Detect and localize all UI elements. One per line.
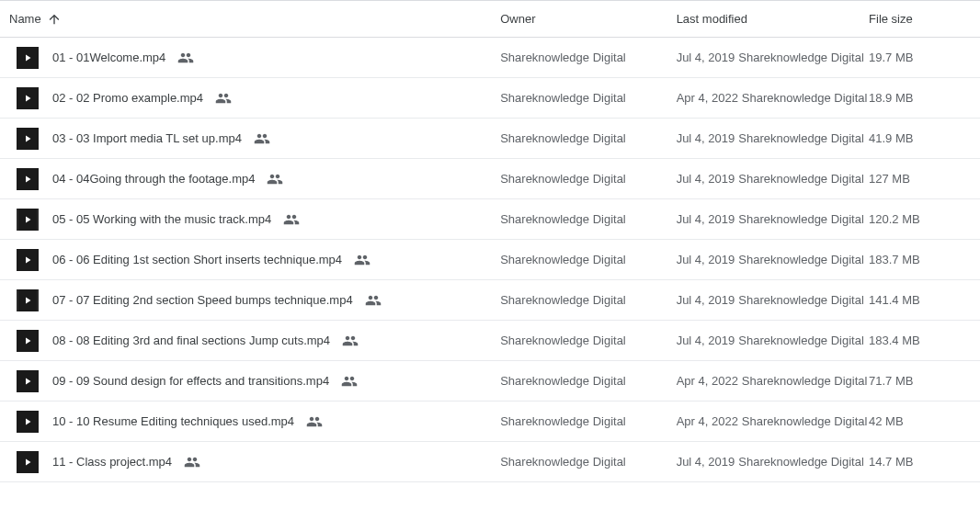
file-modified-by: Shareknowledge Digital <box>738 334 864 347</box>
file-size: 14.7 MB <box>869 442 980 482</box>
file-modified-date: Jul 4, 2019 <box>677 51 735 64</box>
video-file-icon <box>17 411 39 433</box>
file-name: 11 - Class project.mp4 <box>52 455 172 469</box>
shared-icon <box>177 50 194 66</box>
video-file-icon <box>17 87 39 109</box>
shared-icon <box>365 292 382 309</box>
file-size: 183.4 MB <box>869 321 980 361</box>
file-name: 02 - 02 Promo example.mp4 <box>52 91 203 105</box>
video-file-icon <box>17 370 39 392</box>
file-row[interactable]: 03 - 03 Import media TL set up.mp4 Share… <box>0 119 980 159</box>
file-name: 07 - 07 Editing 2nd section Speed bumps … <box>52 293 353 307</box>
file-modified-by: Shareknowledge Digital <box>742 91 868 105</box>
video-file-icon <box>17 330 39 352</box>
column-header-owner[interactable]: Owner <box>500 1 676 38</box>
file-size: 141.4 MB <box>869 280 980 321</box>
column-header-name[interactable]: Name <box>0 1 500 38</box>
file-modified-date: Jul 4, 2019 <box>677 293 735 307</box>
file-owner: Shareknowledge Digital <box>500 159 676 199</box>
file-row[interactable]: 10 - 10 Resume Editing techniques used.m… <box>0 402 980 442</box>
shared-icon <box>267 171 283 187</box>
file-name: 05 - 05 Working with the music track.mp4 <box>52 212 271 226</box>
file-owner: Shareknowledge Digital <box>500 402 676 442</box>
file-row[interactable]: 06 - 06 Editing 1st section Short insert… <box>0 240 980 280</box>
column-header-name-label: Name <box>9 12 41 26</box>
file-size: 42 MB <box>869 402 980 442</box>
file-name: 09 - 09 Sound design for effects and tra… <box>52 374 329 388</box>
column-header-file-size-label: File size <box>869 12 913 26</box>
file-modified-date: Jul 4, 2019 <box>677 212 735 226</box>
file-row[interactable]: 11 - Class project.mp4 Shareknowledge Di… <box>0 442 980 482</box>
column-header-file-size[interactable]: File size <box>869 1 980 38</box>
shared-icon <box>254 130 270 147</box>
file-row[interactable]: 05 - 05 Working with the music track.mp4… <box>0 199 980 240</box>
file-size: 19.7 MB <box>869 38 980 78</box>
video-file-icon <box>17 289 39 311</box>
sort-ascending-icon <box>47 12 62 27</box>
file-modified-by: Shareknowledge Digital <box>742 414 868 428</box>
shared-icon <box>184 454 200 470</box>
file-row[interactable]: 01 - 01Welcome.mp4 Shareknowledge Digita… <box>0 38 980 78</box>
file-owner: Shareknowledge Digital <box>500 199 676 240</box>
file-modified-by: Shareknowledge Digital <box>742 374 868 388</box>
table-header-row: Name Owner Last modified File size <box>0 1 980 38</box>
file-modified-by: Shareknowledge Digital <box>738 51 864 64</box>
file-name: 08 - 08 Editing 3rd and final sections J… <box>52 334 330 347</box>
shared-icon <box>283 211 300 228</box>
file-owner: Shareknowledge Digital <box>500 442 676 482</box>
file-row[interactable]: 07 - 07 Editing 2nd section Speed bumps … <box>0 280 980 321</box>
file-modified-by: Shareknowledge Digital <box>738 253 864 266</box>
file-modified-date: Jul 4, 2019 <box>677 131 735 145</box>
file-modified-date: Apr 4, 2022 <box>677 374 738 388</box>
file-row[interactable]: 02 - 02 Promo example.mp4 Shareknowledge… <box>0 78 980 119</box>
file-name: 03 - 03 Import media TL set up.mp4 <box>52 131 242 145</box>
file-name: 04 - 04Going through the footage.mp4 <box>52 172 255 186</box>
file-modified-by: Shareknowledge Digital <box>738 293 864 307</box>
file-list-table: Name Owner Last modified File size 01 - … <box>0 0 980 482</box>
file-owner: Shareknowledge Digital <box>500 361 676 402</box>
file-size: 127 MB <box>869 159 980 199</box>
file-modified-date: Jul 4, 2019 <box>677 334 735 347</box>
shared-icon <box>342 333 359 349</box>
file-row[interactable]: 08 - 08 Editing 3rd and final sections J… <box>0 321 980 361</box>
file-size: 120.2 MB <box>869 199 980 240</box>
file-modified-date: Apr 4, 2022 <box>677 91 738 105</box>
column-header-owner-label: Owner <box>500 12 535 26</box>
file-modified-by: Shareknowledge Digital <box>738 172 864 186</box>
file-modified-date: Apr 4, 2022 <box>677 414 738 428</box>
file-size: 41.9 MB <box>869 119 980 159</box>
file-modified-date: Jul 4, 2019 <box>677 172 735 186</box>
file-row[interactable]: 09 - 09 Sound design for effects and tra… <box>0 361 980 402</box>
file-modified-by: Shareknowledge Digital <box>738 212 864 226</box>
file-owner: Shareknowledge Digital <box>500 119 676 159</box>
file-owner: Shareknowledge Digital <box>500 78 676 119</box>
shared-icon <box>215 90 232 107</box>
file-size: 18.9 MB <box>869 78 980 119</box>
column-header-last-modified[interactable]: Last modified <box>677 1 869 38</box>
file-name: 10 - 10 Resume Editing techniques used.m… <box>52 414 294 428</box>
video-file-icon <box>17 451 39 473</box>
column-header-last-modified-label: Last modified <box>677 12 747 26</box>
video-file-icon <box>17 47 39 69</box>
shared-icon <box>354 252 370 268</box>
video-file-icon <box>17 249 39 271</box>
file-owner: Shareknowledge Digital <box>500 240 676 280</box>
file-size: 71.7 MB <box>869 361 980 402</box>
file-owner: Shareknowledge Digital <box>500 321 676 361</box>
file-owner: Shareknowledge Digital <box>500 38 676 78</box>
video-file-icon <box>17 209 39 231</box>
file-name: 01 - 01Welcome.mp4 <box>52 51 165 64</box>
file-size: 183.7 MB <box>869 240 980 280</box>
video-file-icon <box>17 128 39 150</box>
shared-icon <box>341 373 358 390</box>
file-row[interactable]: 04 - 04Going through the footage.mp4 Sha… <box>0 159 980 199</box>
file-modified-date: Jul 4, 2019 <box>677 455 735 469</box>
file-modified-date: Jul 4, 2019 <box>677 253 735 266</box>
file-owner: Shareknowledge Digital <box>500 280 676 321</box>
video-file-icon <box>17 168 39 190</box>
file-modified-by: Shareknowledge Digital <box>738 131 864 145</box>
file-name: 06 - 06 Editing 1st section Short insert… <box>52 253 342 266</box>
shared-icon <box>306 413 323 430</box>
file-modified-by: Shareknowledge Digital <box>738 455 864 469</box>
